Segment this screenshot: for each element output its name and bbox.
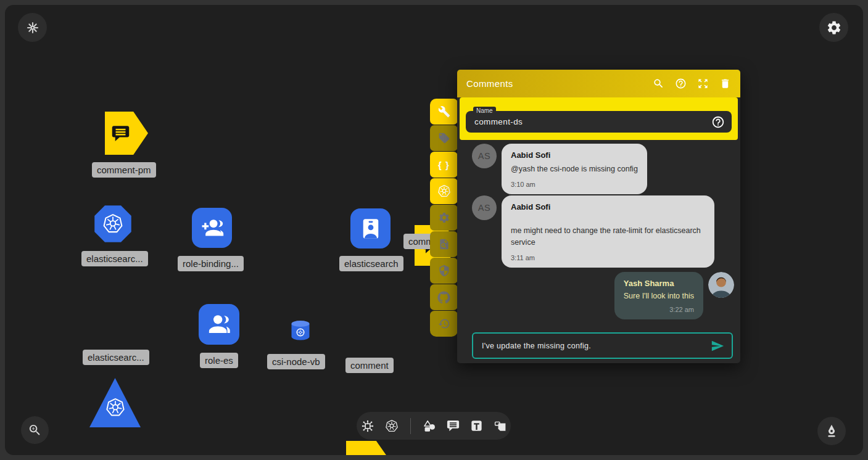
history-icon [438, 318, 450, 330]
json-config-button[interactable]: { } [430, 152, 458, 178]
gear-icon [826, 20, 842, 36]
name-field-label: Name [473, 107, 496, 115]
configure-button[interactable] [430, 99, 458, 125]
expand-icon[interactable] [697, 78, 709, 89]
node-role-es[interactable] [199, 304, 239, 345]
panel-title: Comments [466, 78, 513, 89]
kubernetes-icon [101, 212, 125, 236]
node-elasticsearch-triangle[interactable] [89, 378, 141, 427]
send-button[interactable] [711, 339, 724, 353]
node-action-toolbar: { } [430, 99, 458, 337]
wrench-icon [438, 105, 450, 118]
message-author: Yash Sharma [624, 279, 694, 288]
settings-action-button[interactable] [430, 205, 458, 231]
design-canvas[interactable]: comment-pm elasticsearc... role-binding.… [5, 5, 863, 455]
inspect-file-button[interactable] [430, 231, 458, 257]
comments-panel-header[interactable]: Comments [457, 70, 740, 97]
braces-icon: { } [438, 160, 450, 170]
note-tool[interactable] [493, 419, 508, 433]
message-time: 3:22 am [624, 306, 694, 313]
comment-tool[interactable] [446, 419, 460, 433]
message-bubble: Yash Sharma Sure I'll look into this 3:2… [614, 272, 703, 319]
zoom-in-icon [28, 423, 42, 437]
message-bubble: Aabid Sofi me might need to change the r… [502, 195, 714, 268]
kubernetes-tool[interactable] [384, 419, 399, 433]
node-comment-pm[interactable] [105, 112, 148, 155]
pen-button[interactable] [817, 417, 846, 445]
pen-nib-icon [824, 424, 839, 438]
tag-button[interactable] [430, 125, 458, 151]
delete-icon[interactable] [719, 78, 731, 89]
node-label: role-es [200, 353, 238, 368]
message-author: Aabid Sofi [511, 202, 705, 212]
shape-toolbar [357, 412, 511, 440]
security-button[interactable] [430, 258, 458, 284]
kubernetes-button[interactable] [430, 178, 458, 204]
kubernetes-icon [384, 419, 399, 433]
node-elasticsearch-octagon[interactable] [94, 205, 132, 243]
message-bubble: Aabid Sofi @yash the csi-node is missing… [502, 144, 647, 194]
text-icon [469, 419, 484, 433]
shapes-icon [422, 419, 437, 433]
comment-icon [446, 419, 460, 433]
flower-wheel-icon [25, 20, 40, 35]
service-account-icon [358, 216, 384, 242]
kubernetes-icon [437, 184, 452, 199]
github-icon [437, 291, 450, 304]
kubernetes-icon [104, 396, 126, 419]
storage-cylinder-icon [289, 320, 312, 342]
node-label: elasticsearc... [83, 350, 149, 365]
avatar: AS [472, 195, 497, 220]
search-icon[interactable] [653, 78, 664, 89]
file-search-icon [438, 238, 450, 250]
node-label: csi-node-vb [267, 354, 325, 369]
help-icon[interactable] [675, 78, 687, 89]
node-label: comment [345, 358, 394, 373]
app-window: comment-pm elasticsearc... role-binding.… [0, 0, 868, 460]
chat-input-container [472, 332, 733, 359]
chat-message-input[interactable] [481, 341, 711, 351]
history-button[interactable] [430, 311, 458, 337]
node-label: comment-pm [92, 162, 156, 178]
role-icon [205, 311, 233, 338]
message-author: Aabid Sofi [511, 150, 638, 160]
settings-button[interactable] [819, 13, 848, 42]
app-menu-button[interactable] [18, 13, 47, 42]
name-field[interactable]: Name [466, 111, 732, 133]
text-tool[interactable] [469, 419, 484, 433]
comment-icon [110, 123, 131, 144]
node-label: elasticsearc... [81, 251, 148, 266]
name-input[interactable] [466, 117, 711, 126]
zoom-button[interactable] [21, 416, 49, 444]
chat-message: Yash Sharma Sure I'll look into this 3:2… [614, 272, 734, 319]
toolbar-divider [410, 418, 411, 434]
role-binding-icon [199, 215, 225, 241]
node-label: elasticsearch [339, 256, 403, 271]
github-button[interactable] [430, 284, 458, 310]
note-icon [493, 419, 508, 433]
node-comment[interactable] [346, 441, 392, 455]
component-graph-tool[interactable] [360, 419, 375, 433]
node-csi-node-vb[interactable] [289, 320, 312, 342]
send-icon [711, 339, 724, 353]
chat-message: AS Aabid Sofi me might need to change th… [472, 195, 714, 268]
shield-icon [438, 265, 450, 277]
message-text: me might need to change the rate-limit f… [511, 225, 705, 248]
message-text: @yash the csi-node is missing config [511, 163, 638, 175]
comments-panel: Comments Name AS [457, 70, 740, 363]
name-field-section: Name [460, 97, 738, 140]
gear-icon [438, 212, 450, 224]
node-elasticsearch-serviceaccount[interactable] [350, 208, 391, 248]
comment-icon [352, 453, 373, 455]
message-time: 3:11 am [511, 254, 705, 261]
node-role-binding[interactable] [192, 208, 232, 248]
message-text: Sure I'll look into this [624, 290, 694, 302]
shapes-tool[interactable] [422, 419, 437, 433]
tag-icon [438, 132, 450, 144]
node-label: role-binding... [178, 256, 244, 271]
help-icon[interactable] [711, 115, 725, 129]
chat-message: AS Aabid Sofi @yash the csi-node is miss… [472, 144, 647, 194]
avatar-photo [708, 272, 734, 298]
component-graph-icon [360, 419, 375, 433]
avatar: AS [472, 144, 497, 168]
